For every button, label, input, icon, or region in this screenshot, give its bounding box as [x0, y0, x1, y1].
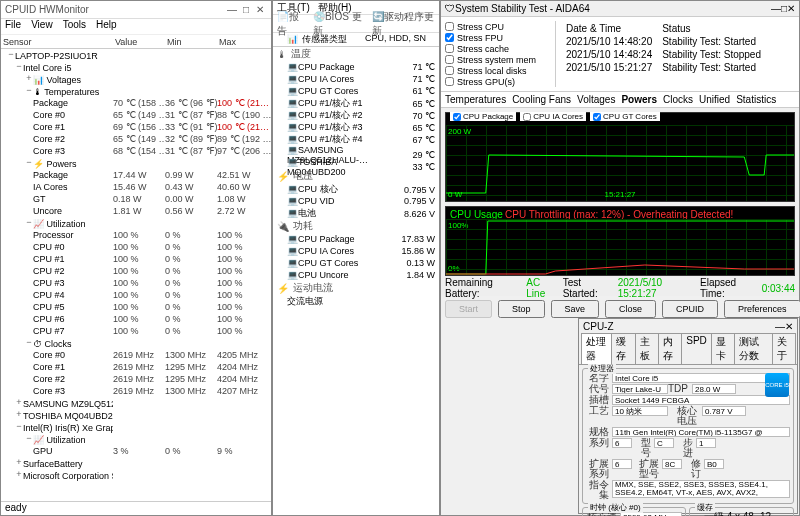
series-toggle[interactable]: CPU GT Cores: [590, 112, 660, 121]
cpuid-button[interactable]: CPUID: [662, 300, 718, 318]
series-toggle[interactable]: CPU Package: [450, 112, 516, 121]
save-button[interactable]: Save: [551, 300, 600, 318]
group-utilization[interactable]: −📈 Utilization: [1, 217, 113, 229]
mid-line: 💻CPU GT Cores61 ℃: [273, 85, 439, 97]
menu-file[interactable]: File: [5, 19, 21, 34]
group-temperatures[interactable]: −🌡 Temperatures: [1, 85, 113, 97]
stress-checkbox[interactable]: Stress CPU: [445, 21, 555, 32]
test-started: 2021/5/10 15:21:27: [618, 277, 696, 299]
start-button[interactable]: Start: [445, 300, 492, 318]
aida-log: Date & TimeStatus 2021/5/10 14:48:20Stab…: [555, 21, 767, 87]
aida-titlebar[interactable]: 🛡 System Stability Test - AIDA64 — □ ✕: [441, 1, 799, 17]
hwmon-col-headers: Sensor Value Min Max: [1, 35, 271, 49]
mid-line: 💻CPU #1/核心 #165 ℃: [273, 97, 439, 109]
cpu-name: Intel Core i5: [612, 373, 790, 383]
close-icon[interactable]: ✕: [787, 3, 795, 14]
group-voltages[interactable]: +📊 Voltages: [1, 73, 113, 85]
graph-tab[interactable]: Cooling Fans: [512, 94, 571, 105]
hdr-left[interactable]: 📊传感器类型: [273, 33, 361, 46]
cpuz-tab[interactable]: 缓存: [611, 333, 635, 364]
graph-tab[interactable]: Clocks: [663, 94, 693, 105]
cpuz-tab[interactable]: 内存: [658, 333, 682, 364]
col-max[interactable]: Max: [217, 37, 273, 47]
mid-sensor-header: 📊传感器类型 CPU, HDD, SN: [273, 33, 439, 47]
cpuz-titlebar[interactable]: CPU-Z — ✕: [579, 319, 797, 333]
cpuz-tab[interactable]: SPD: [681, 333, 712, 364]
close-icon[interactable]: ✕: [785, 321, 793, 332]
aida-icon: 🛡: [445, 3, 455, 14]
tree-gpu[interactable]: −Intel(R) Iris(R) Xe Graphics: [1, 421, 113, 433]
sensor-row: Core #065 ℃ (149 …31 ℃ (87 ℉)88 ℃ (190 …: [1, 109, 271, 121]
stress-checkbox[interactable]: Stress system mem: [445, 54, 555, 65]
gpu-util-row: GPU3 %0 %9 %: [1, 445, 271, 457]
hwmon-menubar: File View Tools Help: [1, 19, 271, 35]
mid-line: 💻CPU VID0.795 V: [273, 195, 439, 207]
preferences-button[interactable]: Preferences: [724, 300, 800, 318]
tree-hdd[interactable]: +TOSHIBA MQ04UBD200: [1, 409, 113, 421]
log-row: 2021/5/10 14:48:24Stability Test: Stoppe…: [562, 49, 765, 60]
col-min[interactable]: Min: [165, 37, 217, 47]
minimize-icon[interactable]: —: [775, 321, 785, 332]
menu-view[interactable]: View: [31, 19, 53, 34]
close-button[interactable]: Close: [605, 300, 656, 318]
sensor-row: Core #22619 MHz1295 MHz4204 MHz: [1, 373, 271, 385]
aida-statusbar: Remaining Battery:AC Line Test Started:2…: [441, 280, 799, 296]
close-icon[interactable]: ✕: [253, 4, 267, 15]
mid-line: 💻CPU IA Cores15.86 W: [273, 245, 439, 257]
mid-group-pow: 🔌功耗: [273, 219, 439, 233]
hwmon-statusbar: eady: [1, 501, 271, 515]
cpuz-tab[interactable]: 主板: [635, 333, 659, 364]
tree-mscorp[interactable]: +Microsoft Corporation Surfa…: [1, 469, 113, 481]
sensor-row: Processor100 %0 %100 %: [1, 229, 271, 241]
cpuz-processor-group: 处理器 CORE i5 名字Intel Core i5 代号Tiger Lake…: [582, 368, 794, 504]
graph-tab[interactable]: Powers: [621, 94, 657, 105]
cpu-usage-graph: CPU Usage CPU Throttling (max: 12%) - Ov…: [445, 206, 795, 276]
tree-system[interactable]: −LAPTOP-P2SIUO1R: [1, 49, 113, 61]
stress-checkbox[interactable]: Stress local disks: [445, 65, 555, 76]
menu-help[interactable]: Help: [96, 19, 117, 34]
mid-line: 💻CPU GT Cores0.13 W: [273, 257, 439, 269]
tree-battery[interactable]: +SurfaceBattery: [1, 457, 113, 469]
graph-tab[interactable]: Temperatures: [445, 94, 506, 105]
hwmon-tree[interactable]: −LAPTOP-P2SIUO1R −Intel Core i5 +📊 Volta…: [1, 49, 271, 481]
cpu-spec: 11th Gen Intel(R) Core(TM) i5-1135G7 @ 2…: [612, 427, 790, 437]
sensor-row: Uncore1.81 W0.56 W2.72 W: [1, 205, 271, 217]
sensor-row: Package17.44 W0.99 W42.51 W: [1, 169, 271, 181]
col-sensor[interactable]: Sensor: [1, 37, 113, 47]
sensor-row: CPU #2100 %0 %100 %: [1, 265, 271, 277]
cpuz-tab[interactable]: 关于: [772, 333, 796, 364]
hwmonitor-window: CPUID HWMonitor — □ ✕ File View Tools He…: [0, 0, 272, 516]
hwmon-titlebar[interactable]: CPUID HWMonitor — □ ✕: [1, 1, 271, 19]
minimize-icon[interactable]: —: [771, 3, 781, 14]
stress-checkbox[interactable]: Stress GPU(s): [445, 76, 555, 87]
cpuz-tab[interactable]: 处理器: [581, 333, 612, 364]
graph-tab[interactable]: Statistics: [736, 94, 776, 105]
series-toggle[interactable]: CPU IA Cores: [520, 112, 586, 121]
cpuz-tab[interactable]: 测试分数: [734, 333, 773, 364]
hdr-right: CPU, HDD, SN: [361, 33, 439, 46]
sensor-row: CPU #5100 %0 %100 %: [1, 301, 271, 313]
col-value[interactable]: Value: [113, 37, 165, 47]
tree-cpu[interactable]: −Intel Core i5: [1, 61, 113, 73]
stop-button[interactable]: Stop: [498, 300, 545, 318]
group-powers[interactable]: −⚡ Powers: [1, 157, 113, 169]
intel-logo-icon: CORE i5: [765, 373, 789, 397]
cpuz-tabs: 处理器缓存主板内存SPD显卡测试分数关于: [579, 333, 797, 365]
mid-toolbar: 📄报告 💿BIOS 更新 🔄驱动程序更新: [273, 15, 439, 33]
stress-checkbox[interactable]: Stress FPU: [445, 32, 555, 43]
stress-checkbox[interactable]: Stress cache: [445, 43, 555, 54]
mid-line: 💻CPU #1/核心 #365 ℃: [273, 121, 439, 133]
group-clocks[interactable]: −⏱ Clocks: [1, 337, 113, 349]
sensor-row: CPU #6100 %0 %100 %: [1, 313, 271, 325]
cpuz-tab[interactable]: 显卡: [711, 333, 735, 364]
menu-tools[interactable]: Tools: [63, 19, 86, 34]
mid-line-current: 交流电源: [273, 295, 439, 307]
graph-tab[interactable]: Unified: [699, 94, 730, 105]
minimize-icon[interactable]: —: [225, 4, 239, 15]
tree-ssd[interactable]: +SAMSUNG MZ9LQ512HALU-…: [1, 397, 113, 409]
sensor-row: GT0.18 W0.00 W1.08 W: [1, 193, 271, 205]
maximize-icon[interactable]: □: [239, 4, 253, 15]
elapsed-time: 0:03:44: [762, 283, 795, 294]
graph-tab[interactable]: Voltages: [577, 94, 615, 105]
group-gpu-util[interactable]: −📈 Utilization: [1, 433, 113, 445]
